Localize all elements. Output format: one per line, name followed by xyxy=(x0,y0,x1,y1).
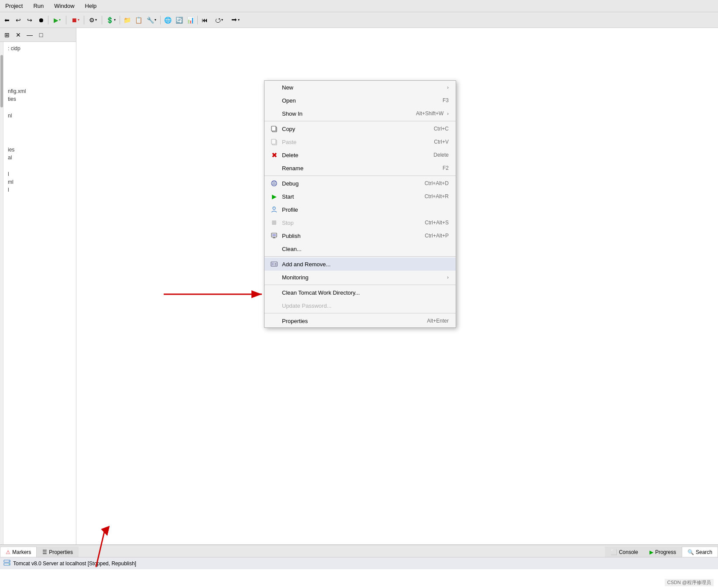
toolbar-btn-8[interactable]: 📋 xyxy=(133,15,144,25)
tree-item-8[interactable]: l xyxy=(5,186,28,194)
ctx-rename[interactable]: Rename F2 xyxy=(265,162,456,175)
ctx-stop: Stop Ctrl+Alt+S xyxy=(265,216,456,229)
toolbar-stop-btn[interactable]: ⏹▾ xyxy=(68,15,82,25)
left-toolbar-btn-1[interactable]: ⊞ xyxy=(2,30,12,40)
toolbar-btn-15[interactable]: ⮕▾ xyxy=(227,15,243,25)
toolbar-btn-6[interactable]: 💲▾ xyxy=(104,15,118,25)
bottom-right-tabs: ⬜ Console ▶ Progress 🔍 Search xyxy=(605,547,718,557)
ctx-rename-label: Rename xyxy=(282,165,434,172)
toolbar-btn-10[interactable]: 🌐 xyxy=(162,15,173,25)
ctx-publish-shortcut: Ctrl+Alt+P xyxy=(425,233,449,239)
toolbar-sep-5 xyxy=(120,16,120,24)
ctx-copy[interactable]: Copy Ctrl+C xyxy=(265,122,456,135)
left-scrollbar[interactable] xyxy=(0,42,3,544)
ctx-show-in-shortcut: Alt+Shift+W xyxy=(416,110,443,117)
status-bar: CSDN @程序修理员 xyxy=(665,579,714,586)
ctx-rename-shortcut: F2 xyxy=(443,165,449,171)
project-tree: : cidp nfig.xml ties nl ies al l ml l xyxy=(3,42,30,544)
ctx-copy-shortcut: Ctrl+C xyxy=(434,126,449,132)
progress-label: Progress xyxy=(655,549,676,555)
toolbar-btn-3[interactable]: ↪ xyxy=(24,15,35,25)
properties-label: Properties xyxy=(49,549,73,555)
tab-progress[interactable]: ▶ Progress xyxy=(644,547,682,557)
ctx-profile[interactable]: Profile xyxy=(265,203,456,216)
tab-console[interactable]: ⬜ Console xyxy=(605,547,644,557)
context-menu: New › Open F3 Show In Alt+Shift+W › xyxy=(264,80,456,328)
ctx-show-in-arrow: › xyxy=(447,111,449,116)
toolbar-btn-14[interactable]: ⭯▾ xyxy=(211,15,227,25)
left-toolbar-btn-3[interactable]: — xyxy=(24,30,35,40)
toolbar-run-btn[interactable]: ▶▾ xyxy=(50,15,64,25)
toolbar-btn-13[interactable]: ⏮ xyxy=(199,15,210,25)
ctx-publish[interactable]: Publish Ctrl+Alt+P xyxy=(265,229,456,242)
ctx-clean-tomcat-label: Clean Tomcat Work Directory... xyxy=(282,289,449,296)
left-toolbar-btn-4[interactable]: □ xyxy=(36,30,46,40)
menu-project[interactable]: Project xyxy=(3,2,24,10)
ctx-stop-icon xyxy=(270,218,278,227)
ctx-show-in-label: Show In xyxy=(282,110,407,117)
tree-item-cidp[interactable]: : cidp xyxy=(5,45,28,52)
toolbar-btn-1[interactable]: ⬅ xyxy=(2,15,12,25)
toolbar-btn-12[interactable]: 📊 xyxy=(185,15,196,25)
properties-icon: ☰ xyxy=(42,549,47,555)
toolbar-sep-4 xyxy=(102,16,102,24)
toolbar-btn-9[interactable]: 🔧▾ xyxy=(144,15,158,25)
status-text: CSDN @程序修理员 xyxy=(667,580,711,585)
server-entry[interactable]: Tomcat v8.0 Server at localhost [Stopped… xyxy=(0,557,718,569)
toolbar-btn-4[interactable]: ⏺ xyxy=(36,15,46,25)
menu-window[interactable]: Window xyxy=(52,2,76,10)
tab-search[interactable]: 🔍 Search xyxy=(682,547,718,557)
toolbar-btn-11[interactable]: 🔄 xyxy=(174,15,184,25)
menu-help[interactable]: Help xyxy=(83,2,99,10)
svg-point-23 xyxy=(9,564,10,565)
toolbar-btn-7[interactable]: 📁 xyxy=(122,15,132,25)
ctx-delete[interactable]: ✖ Delete Delete xyxy=(265,148,456,162)
ctx-start[interactable]: ▶ Start Ctrl+Alt+R xyxy=(265,190,456,203)
tab-properties[interactable]: ☰ Properties xyxy=(37,547,79,557)
tree-item-3[interactable]: nl xyxy=(5,112,28,120)
menu-run[interactable]: Run xyxy=(31,2,45,10)
ctx-new[interactable]: New › xyxy=(265,81,456,94)
tree-item-6[interactable]: l xyxy=(5,170,28,178)
ctx-stop-shortcut: Ctrl+Alt+S xyxy=(425,220,449,226)
arrow-to-add-remove xyxy=(157,281,271,307)
ctx-clean-label: Clean... xyxy=(282,246,449,252)
tree-item-1[interactable]: nfig.xml xyxy=(5,87,28,95)
toolbar-sep-2 xyxy=(66,16,66,24)
ctx-update-password-label: Update Password... xyxy=(282,303,449,309)
scrollbar-thumb xyxy=(0,55,3,107)
ctx-add-and-remove[interactable]: Add and Remove... xyxy=(265,258,456,271)
tree-item-2[interactable]: ties xyxy=(5,95,28,103)
toolbar-btn-5[interactable]: ⚙▾ xyxy=(86,15,100,25)
tree-item-5[interactable]: al xyxy=(5,154,28,162)
toolbar-btn-2[interactable]: ↩ xyxy=(13,15,24,25)
left-panel: ⊞ ✕ — □ : cidp nfig.xml ties nl xyxy=(0,28,76,544)
ctx-clean-tomcat[interactable]: Clean Tomcat Work Directory... xyxy=(265,286,456,299)
ctx-show-in[interactable]: Show In Alt+Shift+W › xyxy=(265,107,456,120)
ctx-debug[interactable]: Debug Ctrl+Alt+D xyxy=(265,177,456,190)
bottom-panel: ⚠ Markers ☰ Properties ⬜ Console ▶ Progr… xyxy=(0,544,718,588)
ctx-delete-shortcut: Delete xyxy=(433,152,449,158)
ctx-properties[interactable]: Properties Alt+Enter xyxy=(265,314,456,327)
tab-markers[interactable]: ⚠ Markers xyxy=(0,547,37,557)
ctx-properties-label: Properties xyxy=(282,318,418,324)
ctx-open-icon xyxy=(270,96,278,105)
ctx-clean[interactable]: Clean... xyxy=(265,242,456,255)
left-toolbar-btn-2[interactable]: ✕ xyxy=(13,30,24,40)
ctx-clean-icon xyxy=(270,244,278,253)
ctx-start-icon: ▶ xyxy=(270,192,278,201)
ctx-profile-icon xyxy=(270,205,278,214)
ctx-copy-label: Copy xyxy=(282,126,425,132)
sep-1 xyxy=(265,121,456,121)
ctx-monitoring-icon xyxy=(270,273,278,282)
ctx-open[interactable]: Open F3 xyxy=(265,94,456,107)
ctx-open-label: Open xyxy=(282,97,434,104)
tree-item-7[interactable]: ml xyxy=(5,178,28,186)
ctx-properties-shortcut: Alt+Enter xyxy=(427,318,449,324)
ctx-add-and-remove-icon xyxy=(270,260,278,268)
svg-rect-11 xyxy=(272,234,276,236)
svg-rect-9 xyxy=(272,220,276,225)
ctx-monitoring[interactable]: Monitoring › xyxy=(265,271,456,284)
ctx-start-label: Start xyxy=(282,193,416,200)
tree-item-4[interactable]: ies xyxy=(5,146,28,154)
